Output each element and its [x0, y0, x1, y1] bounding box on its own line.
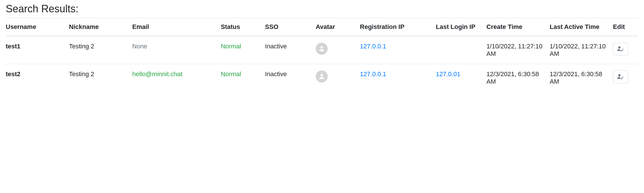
cell-sso: Inactive [265, 64, 316, 92]
cell-login-ip: 127.0.01 [436, 64, 487, 92]
avatar-icon [316, 43, 328, 55]
cell-active-time: 1/10/2022, 11:27:10 AM [550, 36, 613, 64]
col-email: Email [132, 18, 221, 36]
col-avatar: Avatar [316, 18, 360, 36]
cell-avatar [316, 64, 360, 92]
cell-reg-ip: 127.0.0.1 [360, 36, 436, 64]
col-username: Username [6, 18, 69, 36]
cell-edit [613, 36, 638, 64]
cell-username: test1 [6, 36, 69, 64]
reg-ip-link[interactable]: 127.0.0.1 [360, 43, 386, 50]
col-active-time: Last Active Time [550, 18, 613, 36]
results-table-wrapper: Username Nickname Email Status SSO Avata… [6, 18, 638, 92]
cell-username: test2 [6, 64, 69, 92]
cell-email: hello@minnit.chat [132, 64, 221, 92]
cell-create-time: 1/10/2022, 11:27:10 AM [487, 36, 550, 64]
cell-status: Normal [221, 64, 265, 92]
login-ip-link[interactable]: 127.0.01 [436, 70, 461, 78]
cell-sso: Inactive [265, 36, 316, 64]
col-create-time: Create Time [487, 18, 550, 36]
page-title: Search Results: [6, 3, 638, 15]
cell-active-time: 12/3/2021, 6:30:58 AM [550, 64, 613, 92]
col-status: Status [221, 18, 265, 36]
col-reg-ip: Registration IP [360, 18, 436, 36]
cell-reg-ip: 127.0.0.1 [360, 64, 436, 92]
col-edit: Edit [613, 18, 638, 36]
cell-create-time: 12/3/2021, 6:30:58 AM [487, 64, 550, 92]
cell-email: None [132, 36, 221, 64]
table-row: test1 Testing 2 None Normal Inactive 127… [6, 36, 638, 64]
cell-edit [613, 64, 638, 92]
avatar-icon [316, 70, 328, 82]
cell-login-ip [436, 36, 487, 64]
col-login-ip: Last Login IP [436, 18, 487, 36]
col-nickname: Nickname [69, 18, 132, 36]
table-row: test2 Testing 2 hello@minnit.chat Normal… [6, 64, 638, 92]
reg-ip-link[interactable]: 127.0.0.1 [360, 70, 386, 78]
edit-user-icon [617, 73, 624, 81]
table-header-row: Username Nickname Email Status SSO Avata… [6, 18, 638, 36]
edit-button[interactable] [613, 43, 628, 56]
cell-avatar [316, 36, 360, 64]
cell-status: Normal [221, 36, 265, 64]
cell-nickname: Testing 2 [69, 36, 132, 64]
edit-user-icon [617, 45, 624, 53]
edit-button[interactable] [613, 70, 628, 83]
col-sso: SSO [265, 18, 316, 36]
results-table: Username Nickname Email Status SSO Avata… [6, 18, 638, 92]
cell-nickname: Testing 2 [69, 64, 132, 92]
